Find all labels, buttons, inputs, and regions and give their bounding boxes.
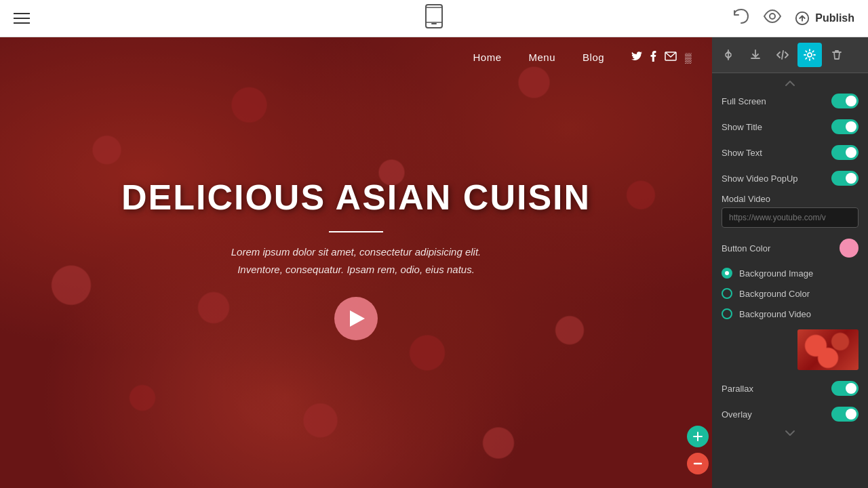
mobile-preview-icon[interactable] bbox=[425, 4, 443, 33]
parallax-setting: Parallax bbox=[712, 375, 868, 401]
overlay-toggle[interactable] bbox=[831, 407, 859, 422]
right-panel: Full Screen Show Title Show Text Show Vi… bbox=[712, 37, 868, 488]
show-text-label: Show Text bbox=[722, 148, 762, 158]
download-tool-button[interactable] bbox=[743, 43, 768, 67]
hero-content: DELICIOUS ASIAN CUISIN Lorem ipsum dolor… bbox=[0, 57, 712, 460]
publish-label: Publish bbox=[815, 12, 854, 24]
hero-subtitle: Lorem ipsum dolor sit amet, consectetur … bbox=[231, 243, 481, 278]
trash-tool-button[interactable] bbox=[825, 43, 849, 67]
sort-tool-button[interactable] bbox=[716, 43, 741, 67]
background-thumbnail[interactable] bbox=[797, 329, 859, 370]
hero-subtitle-line2: Inventore, consequatur. Ipsam rem, odio,… bbox=[237, 264, 475, 275]
hero-subtitle-line1: Lorem ipsum dolor sit amet, consectetur … bbox=[231, 246, 481, 258]
main-area: Home Menu Blog ▒ DELICIOUS ASIAN CUISIN bbox=[0, 37, 868, 488]
background-color-label: Background Color bbox=[739, 289, 810, 299]
settings-tool-button[interactable] bbox=[797, 43, 822, 67]
background-video-option[interactable]: Background Video bbox=[712, 304, 868, 324]
full-screen-label: Full Screen bbox=[722, 96, 766, 106]
play-button[interactable] bbox=[334, 297, 378, 340]
panel-settings: Full Screen Show Title Show Text Show Vi… bbox=[712, 73, 868, 488]
show-title-setting: Show Title bbox=[712, 114, 868, 140]
show-video-popup-setting: Show Video PopUp bbox=[712, 165, 868, 191]
show-video-popup-label: Show Video PopUp bbox=[722, 174, 798, 184]
button-color-setting: Button Color bbox=[712, 233, 868, 263]
top-bar-right: Publish bbox=[732, 9, 854, 28]
background-color-radio[interactable] bbox=[722, 288, 732, 299]
background-video-label: Background Video bbox=[739, 309, 811, 319]
undo-icon[interactable] bbox=[732, 9, 750, 28]
overlay-setting: Overlay bbox=[712, 401, 868, 427]
background-image-option[interactable]: Background Image bbox=[712, 263, 868, 283]
modal-video-section: Modal Video bbox=[712, 191, 868, 233]
code-tool-button[interactable] bbox=[770, 43, 795, 67]
panel-toolbar bbox=[712, 37, 868, 73]
show-text-setting: Show Text bbox=[712, 140, 868, 165]
background-image-radio[interactable] bbox=[722, 268, 732, 279]
publish-button[interactable]: Publish bbox=[795, 11, 854, 26]
background-image-label: Background Image bbox=[739, 268, 813, 279]
svg-point-6 bbox=[808, 53, 812, 57]
hero-divider bbox=[329, 231, 383, 232]
background-color-option[interactable]: Background Color bbox=[712, 283, 868, 304]
hamburger-menu-icon[interactable] bbox=[14, 13, 30, 24]
full-screen-toggle[interactable] bbox=[831, 94, 859, 108]
top-bar-left bbox=[14, 13, 30, 24]
top-bar: Publish bbox=[0, 0, 868, 37]
hero-title: DELICIOUS ASIAN CUISIN bbox=[121, 177, 591, 218]
show-text-toggle[interactable] bbox=[831, 145, 859, 160]
svg-point-4 bbox=[770, 14, 775, 19]
show-video-popup-toggle[interactable] bbox=[831, 171, 859, 186]
button-color-label: Button Color bbox=[722, 243, 770, 253]
parallax-label: Parallax bbox=[722, 384, 753, 394]
parallax-toggle[interactable] bbox=[831, 381, 859, 396]
background-video-radio[interactable] bbox=[722, 308, 732, 319]
top-bar-center bbox=[425, 4, 443, 33]
show-title-label: Show Title bbox=[722, 122, 762, 132]
preview-eye-icon[interactable] bbox=[764, 9, 781, 27]
hero-section: Home Menu Blog ▒ DELICIOUS ASIAN CUISIN bbox=[0, 37, 712, 488]
overlay-label: Overlay bbox=[722, 409, 752, 420]
modal-video-label: Modal Video bbox=[722, 194, 859, 204]
background-thumbnail-section bbox=[712, 324, 868, 375]
button-color-swatch[interactable] bbox=[840, 239, 859, 258]
full-screen-setting: Full Screen bbox=[712, 88, 868, 114]
show-title-toggle[interactable] bbox=[831, 119, 859, 134]
modal-video-input[interactable] bbox=[722, 207, 859, 228]
